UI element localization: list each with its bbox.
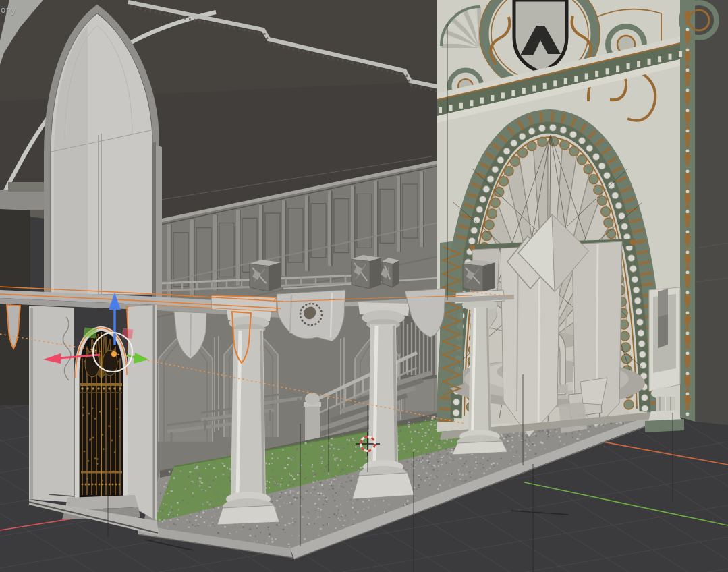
- collection-label: ony: [1, 5, 16, 15]
- gizmo-xz-plane-handle[interactable]: [122, 328, 133, 339]
- object-origin-dot: [111, 351, 117, 358]
- gizmo-yz-plane-handle[interactable]: [84, 328, 96, 338]
- dark-side-wall: [695, 0, 728, 425]
- blender-3d-viewport[interactable]: ony: [0, 0, 728, 572]
- porch-pier: [29, 306, 74, 503]
